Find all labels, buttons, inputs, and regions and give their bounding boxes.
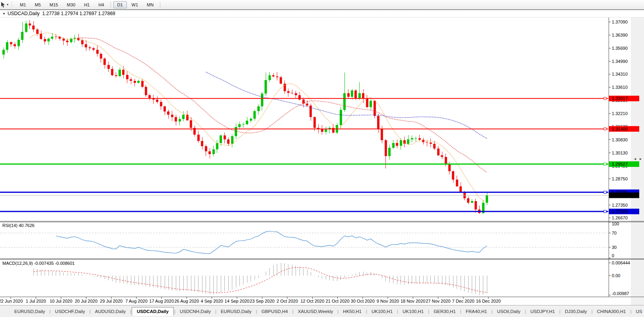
date-tick-label: 22 Jun 2020 bbox=[0, 299, 23, 303]
hline-price-label: 1.29527 bbox=[609, 161, 639, 167]
date-tick-label: 20 Jul 2020 bbox=[75, 299, 97, 303]
hline-handle bbox=[604, 97, 606, 100]
rsi-indicator-label: RSI(14) 40.7626 bbox=[2, 223, 35, 228]
chart-menu-icon[interactable]: ▼ bbox=[2, 12, 6, 16]
cursor-arrow-icon bbox=[0, 2, 6, 8]
symbol-tab-uk100-h1[interactable]: UK100,H1 bbox=[399, 308, 428, 315]
symbol-tab-dj30-daily[interactable]: DJ30,Daily bbox=[561, 308, 591, 315]
current-price-label: 1.27869 bbox=[609, 192, 639, 198]
price-tick-label: 1.30830 bbox=[612, 137, 628, 142]
date-tick-label: 10 Jul 2020 bbox=[50, 299, 72, 303]
hline-1.33017 bbox=[0, 97, 608, 100]
date-tick-label: 17 Aug 2020 bbox=[149, 299, 174, 303]
macd-tick-label: 0.006444 bbox=[612, 260, 630, 265]
symbol-tab-eurusd-daily[interactable]: EURUSD,Daily bbox=[10, 308, 49, 315]
symbol-tab-hk50-h1[interactable]: HK50,H1 bbox=[339, 308, 366, 315]
date-tick-label: 27 Nov 2020 bbox=[426, 299, 450, 303]
timeframe-button-h4[interactable]: H4 bbox=[94, 1, 108, 8]
symbol-tab-eurusd-daily[interactable]: EURUSD,Daily bbox=[217, 308, 255, 315]
date-tick-label: 2 Oct 2020 bbox=[276, 299, 298, 303]
pointer-tool-button[interactable]: ▾ bbox=[0, 2, 10, 8]
date-tick-label: 7 Aug 2020 bbox=[125, 299, 148, 303]
symbol-tab-gbpusd-h4[interactable]: GBPUSD,H4 bbox=[257, 308, 292, 315]
toolbar-separator bbox=[160, 2, 160, 8]
symbol-tab-ger30-h1[interactable]: GER30,H1 bbox=[430, 308, 460, 315]
chart-titlebar: ▼ USDCAD,Daily 1.27738 1.27974 1.27697 1… bbox=[0, 9, 644, 18]
date-tick-label: 18 Nov 2020 bbox=[401, 299, 425, 303]
symbol-tab-usdjpy-h1[interactable]: USDJPY,H1 bbox=[526, 308, 559, 315]
svg-text:1.27009: 1.27009 bbox=[612, 209, 628, 214]
rsi-axis: 10070300 bbox=[609, 221, 619, 258]
pane-borders bbox=[0, 16, 644, 297]
toolbar-grip-handle[interactable] bbox=[11, 2, 13, 8]
pointer-tool-dropdown-icon[interactable]: ▾ bbox=[7, 3, 8, 6]
symbol-tab-usoil-daily[interactable]: USOil,Daily bbox=[493, 308, 524, 315]
timeframe-button-m30[interactable]: M30 bbox=[63, 1, 79, 8]
price-tick-label: 1.27350 bbox=[612, 203, 628, 207]
symbol-tab-china300-h1[interactable]: CHINA300,H1 bbox=[593, 308, 630, 315]
timeframe-button-m15[interactable]: M15 bbox=[46, 1, 62, 8]
price-tick-label: 1.36390 bbox=[612, 33, 628, 37]
macd-tick-label: 0.00 bbox=[612, 273, 620, 278]
date-tick-label: 9 Nov 2020 bbox=[377, 299, 399, 303]
date-tick-label: 23 Sep 2020 bbox=[250, 299, 274, 303]
symbol-tab-us[interactable]: US bbox=[632, 308, 644, 315]
chart-canvas[interactable]: 1.370901.363901.356901.349901.343101.336… bbox=[0, 0, 644, 317]
price-tick-label: 1.32210 bbox=[612, 111, 628, 116]
date-tick-label: 12 Oct 2020 bbox=[300, 299, 324, 303]
date-tick-label: 16 Dec 2020 bbox=[476, 299, 501, 303]
rsi-tick-label: 30 bbox=[612, 245, 617, 250]
timeframe-button-d1[interactable]: D1 bbox=[113, 1, 127, 8]
price-tick-label: 1.35690 bbox=[612, 46, 628, 51]
rsi-line bbox=[56, 231, 487, 254]
price-tick-label: 1.28750 bbox=[612, 176, 628, 181]
hline-handle bbox=[604, 210, 606, 213]
symbol-tab-usdchf-daily[interactable]: USDCHF,Daily bbox=[51, 308, 89, 315]
price-tick-label: 1.34310 bbox=[612, 72, 628, 76]
hline-handle bbox=[604, 191, 606, 194]
toolbar-separator bbox=[111, 2, 111, 8]
hline-1.28029 bbox=[0, 191, 608, 194]
hline-price-label: 1.27009 bbox=[609, 209, 639, 214]
top-toolbar: ▾ M1M5M15M30H1H4D1W1MN bbox=[0, 0, 644, 10]
date-tick-label: 1 Jul 2020 bbox=[26, 299, 46, 303]
symbol-tab-fra40-h1[interactable]: FRA40,H1 bbox=[462, 308, 491, 315]
svg-text:1.33017: 1.33017 bbox=[612, 96, 628, 101]
ma-medium-line bbox=[78, 38, 487, 172]
hline-1.31400 bbox=[0, 128, 608, 130]
date-tick-label: 26 Aug 2020 bbox=[175, 299, 199, 303]
price-tick-label: 1.26670 bbox=[612, 215, 628, 220]
date-tick-label: 4 Sep 2020 bbox=[200, 299, 223, 303]
timeframe-button-mn[interactable]: MN bbox=[143, 1, 158, 8]
hline-handle bbox=[604, 128, 606, 130]
date-tick-label: 29 Jul 2020 bbox=[100, 299, 123, 303]
price-tick-label: 1.37090 bbox=[612, 20, 628, 24]
symbol-tab-usdcad-daily[interactable]: USDCAD,Daily bbox=[132, 307, 174, 316]
hline-handle bbox=[604, 163, 606, 165]
date-axis: 22 Jun 20201 Jul 202010 Jul 202020 Jul 2… bbox=[0, 297, 501, 303]
symbol-tab-audusd-daily[interactable]: AUDUSD,Daily bbox=[91, 308, 130, 315]
symbol-tabbar: EURUSD,Daily|USDCHF,Daily|AUDUSD,Daily|U… bbox=[0, 305, 644, 317]
chart-title-ohlc: USDCAD,Daily 1.27738 1.27974 1.27697 1.2… bbox=[8, 11, 115, 16]
rsi-tick-label: 70 bbox=[612, 231, 617, 235]
symbol-tab-xauusd-weekly[interactable]: XAUUSD,Weekly bbox=[294, 308, 337, 315]
date-tick-label: 21 Oct 2020 bbox=[326, 299, 350, 303]
price-tick-label: 1.30130 bbox=[612, 151, 628, 155]
timeframe-button-m1[interactable]: M1 bbox=[16, 1, 30, 8]
timeframe-button-m5[interactable]: M5 bbox=[31, 1, 45, 8]
timeframe-button-w1[interactable]: W1 bbox=[128, 1, 142, 8]
hline-price-label: 1.31400 bbox=[609, 126, 639, 132]
macd-signal-line bbox=[33, 267, 487, 293]
symbol-tab-usdcnh-daily[interactable]: USDCNH,Daily bbox=[176, 308, 215, 315]
mt4-application: { "icons": { "pointer_tool": "cursor-arr… bbox=[0, 0, 644, 317]
svg-text:1.31400: 1.31400 bbox=[612, 127, 628, 131]
date-tick-label: 30 Oct 2020 bbox=[351, 299, 375, 303]
hline-1.29527 bbox=[0, 163, 608, 165]
macd-tick-label: -0.00987 bbox=[612, 291, 629, 296]
date-tick-label: 14 Sep 2020 bbox=[225, 299, 249, 303]
macd-indicator-label: MACD(12,26,9) -0.007435 -0.008601 bbox=[2, 261, 75, 266]
timeframe-button-h1[interactable]: H1 bbox=[80, 1, 93, 8]
symbol-tab-uk100-h1[interactable]: UK100,H1 bbox=[368, 308, 397, 315]
rsi-tick-label: 100 bbox=[612, 221, 619, 226]
price-tick-label: 1.34990 bbox=[612, 59, 628, 64]
